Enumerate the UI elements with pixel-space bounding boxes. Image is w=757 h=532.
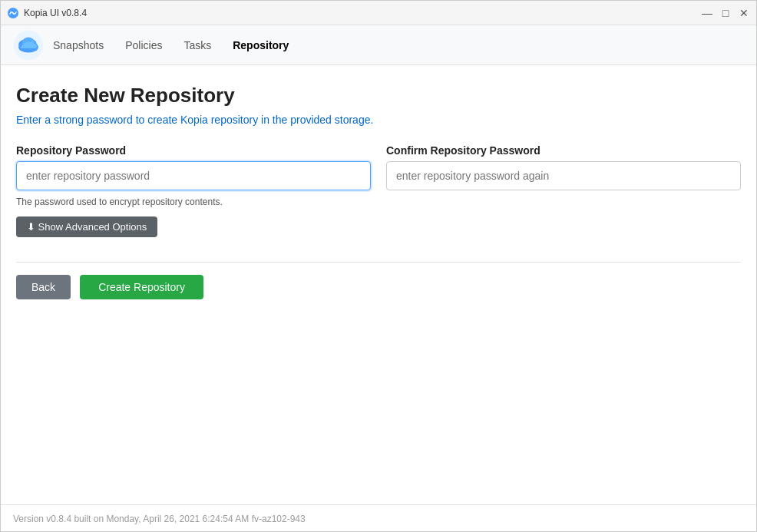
page-subtitle: Enter a strong password to create Kopia …: [16, 114, 741, 126]
navbar: Snapshots Policies Tasks Repository: [1, 25, 756, 65]
nav-links: Snapshots Policies Tasks Repository: [44, 35, 298, 56]
password-hint: The password used to encrypt repository …: [16, 197, 741, 207]
create-repository-button[interactable]: Create Repository: [80, 275, 203, 299]
nav-repository[interactable]: Repository: [223, 35, 298, 56]
action-buttons: Back Create Repository: [16, 275, 741, 299]
nav-policies[interactable]: Policies: [116, 35, 171, 56]
nav-tasks[interactable]: Tasks: [174, 35, 220, 56]
statusbar: Version v0.8.4 built on Monday, April 26…: [1, 504, 756, 531]
back-button[interactable]: Back: [16, 275, 71, 299]
titlebar-left: Kopia UI v0.8.4: [7, 7, 87, 19]
password-group: Repository Password: [16, 144, 371, 190]
app-title: Kopia UI v0.8.4: [24, 8, 87, 18]
main-content: Create New Repository Enter a strong pas…: [1, 65, 756, 504]
nav-logo: [13, 30, 44, 61]
form-divider: [16, 262, 741, 263]
app-window: Kopia UI v0.8.4 — □ ✕ Snapshots Policies…: [0, 0, 757, 532]
confirm-label: Confirm Repository Password: [386, 144, 741, 157]
app-icon: [7, 7, 19, 19]
password-label: Repository Password: [16, 144, 371, 157]
minimize-button[interactable]: —: [701, 7, 713, 19]
password-form-row: Repository Password Confirm Repository P…: [16, 144, 741, 190]
confirm-password-input[interactable]: [386, 161, 741, 190]
titlebar-controls: — □ ✕: [701, 7, 750, 19]
close-button[interactable]: ✕: [738, 7, 750, 19]
show-advanced-options-button[interactable]: ⬇ Show Advanced Options: [16, 216, 157, 237]
version-text: Version v0.8.4 built on Monday, April 26…: [13, 514, 306, 524]
confirm-group: Confirm Repository Password: [386, 144, 741, 190]
maximize-button[interactable]: □: [719, 7, 732, 19]
nav-snapshots[interactable]: Snapshots: [44, 35, 113, 56]
page-title: Create New Repository: [16, 84, 741, 107]
password-input[interactable]: [16, 161, 371, 190]
titlebar: Kopia UI v0.8.4 — □ ✕: [1, 1, 756, 25]
